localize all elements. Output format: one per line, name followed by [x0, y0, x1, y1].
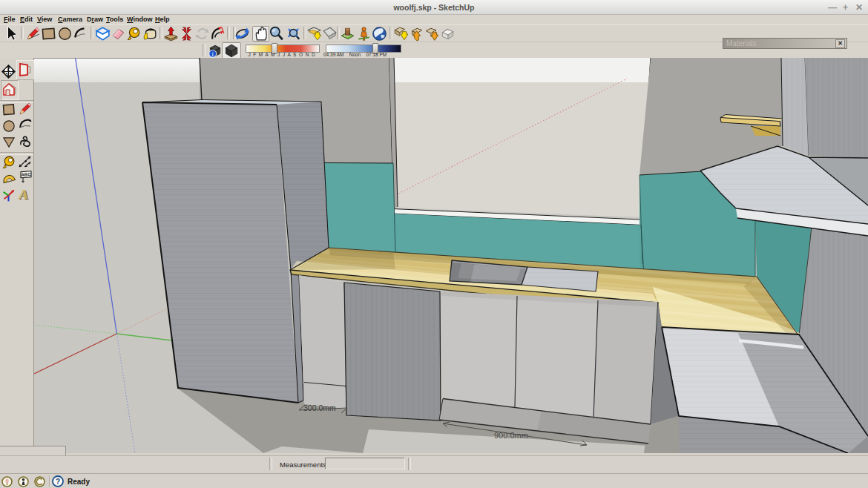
svg-text:ABC: ABC [22, 172, 32, 177]
svg-text:?: ? [56, 478, 60, 486]
svg-text:900.0mm: 900.0mm [494, 431, 528, 440]
svg-text:300.0mm: 300.0mm [303, 403, 336, 412]
svg-text:B·S: B·S [5, 72, 12, 76]
svg-text:C: C [7, 67, 10, 72]
